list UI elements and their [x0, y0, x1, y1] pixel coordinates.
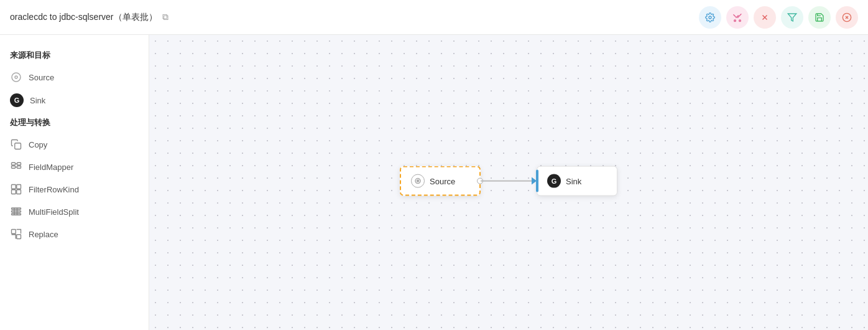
filter-button[interactable]: [781, 6, 803, 29]
filterrowkind-icon: [10, 183, 22, 196]
source-node-label: Source: [430, 176, 455, 186]
sidebar-item-filterrowkind[interactable]: FilterRowKind: [0, 178, 149, 200]
cut-button[interactable]: [726, 6, 749, 29]
source-node-icon: [411, 174, 425, 188]
section1-title: 来源和目标: [0, 45, 149, 66]
svg-rect-28: [17, 235, 21, 239]
canvas: Source G Sink: [149, 35, 868, 330]
svg-point-30: [417, 180, 419, 182]
svg-rect-15: [17, 166, 21, 169]
sidebar-item-copy[interactable]: Copy: [0, 133, 149, 156]
multifieldsplit-label: MultiFieldSplit: [29, 207, 79, 217]
filterrowkind-label: FilterRowKind: [29, 185, 79, 194]
save-button[interactable]: [808, 6, 831, 29]
sidebar-item-source[interactable]: Source: [0, 66, 149, 88]
close-icon: [760, 13, 769, 22]
section2-title: 处理与转换: [0, 112, 149, 133]
sidebar-item-multifieldsplit[interactable]: MultiFieldSplit: [0, 200, 149, 223]
sink-node[interactable]: G Sink: [537, 166, 617, 196]
svg-rect-23: [12, 211, 21, 212]
source-label: Source: [29, 73, 54, 82]
sidebar-item-sink[interactable]: G Sink: [0, 88, 149, 112]
header-left: oraclecdc to jdbc-sqlserver（单表批） ⧉: [10, 12, 169, 23]
replace-icon: [10, 228, 22, 240]
connector-line: [481, 181, 532, 182]
copy-icon: [10, 138, 22, 151]
source-circle-icon: [10, 71, 22, 83]
svg-rect-20: [12, 190, 16, 194]
svg-rect-14: [12, 166, 16, 169]
page-title: oraclecdc to jdbc-sqlserver（单表批）: [10, 12, 157, 23]
svg-point-9: [12, 73, 21, 82]
svg-rect-22: [12, 208, 21, 209]
flow-area: Source G Sink: [400, 166, 617, 196]
header: oraclecdc to jdbc-sqlserver（单表批） ⧉: [0, 0, 868, 35]
svg-rect-27: [12, 230, 16, 234]
sidebar-item-fieldmapper[interactable]: FieldMapper: [0, 156, 149, 178]
main: 来源和目标 Source G Sink 处理与转换 Copy: [0, 35, 868, 330]
svg-rect-13: [17, 163, 21, 165]
fieldmapper-label: FieldMapper: [29, 163, 73, 172]
svg-marker-5: [788, 14, 796, 21]
multifieldsplit-icon: [10, 205, 22, 218]
svg-rect-21: [17, 190, 21, 194]
svg-point-1: [734, 20, 736, 22]
svg-point-0: [709, 16, 711, 19]
sink-label: Sink: [30, 96, 45, 105]
replace-label: Replace: [29, 230, 58, 239]
copy-title-icon[interactable]: ⧉: [162, 12, 169, 22]
settings-icon: [705, 12, 715, 22]
sidebar: 来源和目标 Source G Sink 处理与转换 Copy: [0, 35, 149, 330]
svg-point-2: [739, 20, 741, 22]
fieldmapper-icon: [10, 161, 22, 173]
svg-rect-24: [12, 214, 21, 215]
cut-icon: [732, 12, 742, 22]
stop-icon: [842, 12, 852, 22]
svg-rect-19: [17, 185, 21, 189]
svg-rect-11: [15, 143, 21, 149]
funnel-icon: [787, 12, 797, 22]
svg-rect-12: [12, 163, 16, 165]
sink-connector-left: [536, 170, 538, 192]
copy-label: Copy: [29, 140, 47, 149]
close-button[interactable]: [754, 6, 776, 29]
save-icon: [815, 12, 824, 22]
svg-point-10: [15, 76, 17, 78]
stop-button[interactable]: [836, 6, 858, 29]
header-actions: [699, 6, 858, 29]
sink-node-icon: G: [547, 174, 561, 188]
sink-g-icon: G: [10, 93, 24, 107]
sidebar-item-replace[interactable]: Replace: [0, 223, 149, 245]
source-node[interactable]: Source: [400, 166, 481, 196]
svg-rect-18: [12, 185, 16, 189]
connector: [481, 177, 537, 185]
settings-button[interactable]: [699, 6, 721, 29]
sink-node-label: Sink: [566, 176, 581, 186]
